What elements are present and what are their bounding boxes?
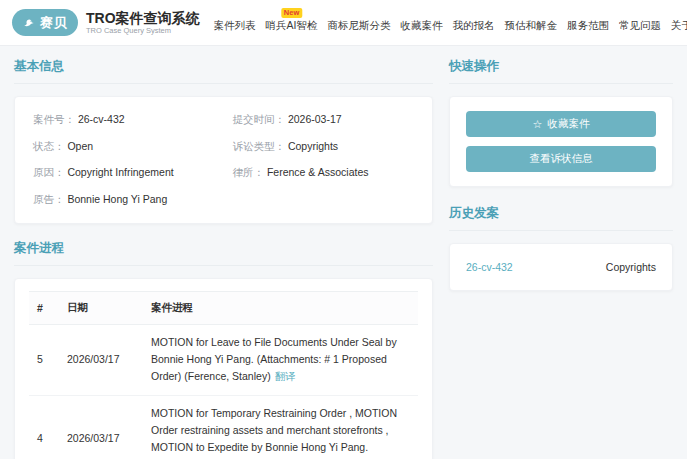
favorite-case-button-label: 收藏案件	[547, 117, 589, 131]
field-label: 案件号：	[33, 113, 75, 125]
info-field: 状态： Open	[33, 140, 215, 154]
info-field: 律所： Ference & Associates	[233, 166, 415, 180]
info-field: 原因： Copyright Infringement	[33, 166, 215, 180]
nav-item[interactable]: 收藏案件	[400, 13, 442, 33]
nav-item-label: 预估和解金	[504, 19, 557, 31]
quick-actions-card: ☆ 收藏案件 查看诉状信息	[449, 96, 673, 187]
nav-item-label: 案件列表	[214, 19, 256, 31]
field-value: Copyright Infringement	[67, 166, 173, 178]
col-header-date: 日期	[59, 291, 143, 324]
logo-text: 赛贝	[40, 14, 68, 32]
basic-info-card: 案件号： 26-cv-432 状态： Open 原因： Copyright In…	[14, 96, 433, 224]
field-label: 状态：	[33, 140, 65, 152]
field-label: 原因：	[33, 166, 65, 178]
nav-item-label: 收藏案件	[400, 19, 442, 31]
progress-table: # 日期 案件进程 5 2026/03/17 MOTION for Leave …	[29, 291, 418, 459]
row-date: 2026/03/17	[59, 324, 143, 395]
nav-item-label: 服务范围	[567, 19, 609, 31]
field-value: Ference & Associates	[267, 166, 369, 178]
field-value: 2026-03-17	[288, 113, 342, 125]
nav-item[interactable]: 我的报名	[452, 13, 494, 33]
field-label: 提交时间：	[233, 113, 286, 125]
history-case-type: Copyrights	[606, 261, 656, 273]
nav-item-label: 关于我们	[671, 19, 687, 31]
nav-item[interactable]: New 哨兵AI智检	[266, 13, 318, 33]
row-number: 5	[29, 324, 59, 395]
row-description-text: MOTION for Temporary Restraining Order ,…	[151, 407, 397, 459]
view-complaint-button[interactable]: 查看诉状信息	[466, 146, 656, 172]
history-title: 历史发案	[449, 205, 673, 231]
quick-actions-title: 快速操作	[449, 58, 673, 84]
progress-row: 5 2026/03/17 MOTION for Leave to File Do…	[29, 324, 418, 395]
history-card: 26-cv-432 Copyrights	[449, 243, 673, 291]
brand-title-block: TRO案件查询系统 TRO Case Query System	[86, 10, 200, 35]
app-title: TRO案件查询系统	[86, 10, 200, 26]
translate-link[interactable]: 翻译	[275, 370, 296, 382]
nav-item[interactable]: 服务范围	[567, 13, 609, 33]
field-value: Open	[67, 140, 93, 152]
nav-item-label: 我的报名	[452, 19, 494, 31]
nav-item[interactable]: 预估和解金	[504, 13, 557, 33]
col-header-num: #	[29, 291, 59, 324]
basic-info-title: 基本信息	[14, 58, 433, 84]
field-label: 诉讼类型：	[233, 140, 286, 152]
top-header: 赛贝 TRO案件查询系统 TRO Case Query System 案件列表 …	[0, 0, 687, 46]
field-value: Bonnie Hong Yi Pang	[67, 193, 167, 205]
main-content: 基本信息 案件号： 26-cv-432 状态： Open 原因：	[0, 46, 687, 459]
left-column: 基本信息 案件号： 26-cv-432 状态： Open 原因：	[14, 58, 433, 459]
nav-item-label: 常见问题	[619, 19, 661, 31]
field-label: 律所：	[233, 166, 265, 178]
history-case-link[interactable]: 26-cv-432	[466, 261, 513, 273]
brand-logo[interactable]: 赛贝	[12, 9, 78, 36]
basic-info-right-col: 提交时间： 2026-03-17 诉讼类型： Copyrights 律所： Fe…	[233, 113, 415, 207]
info-field: 案件号： 26-cv-432	[33, 113, 215, 127]
field-value: Copyrights	[288, 140, 338, 152]
row-date: 2026/03/17	[59, 395, 143, 459]
new-badge: New	[281, 8, 302, 18]
nav-item-label: 哨兵AI智检	[266, 19, 318, 31]
progress-header-row: # 日期 案件进程	[29, 291, 418, 324]
progress-card: # 日期 案件进程 5 2026/03/17 MOTION for Leave …	[14, 278, 433, 459]
nav-item[interactable]: 关于我们	[671, 13, 687, 33]
nav-item[interactable]: 常见问题	[619, 13, 661, 33]
basic-info-left-col: 案件号： 26-cv-432 状态： Open 原因： Copyright In…	[33, 113, 215, 207]
nav-item-label: 商标尼斯分类	[327, 19, 390, 31]
info-field: 原告： Bonnie Hong Yi Pang	[33, 193, 215, 207]
app-subtitle: TRO Case Query System	[86, 26, 200, 35]
progress-title: 案件进程	[14, 240, 433, 266]
info-field: 诉讼类型： Copyrights	[233, 140, 415, 154]
field-label: 原告：	[33, 193, 65, 205]
star-icon: ☆	[533, 119, 543, 130]
bird-icon	[22, 16, 36, 30]
right-column: 快速操作 ☆ 收藏案件 查看诉状信息 历史发案 26-cv-432 Copyri…	[449, 58, 673, 459]
col-header-desc: 案件进程	[143, 291, 418, 324]
favorite-case-button[interactable]: ☆ 收藏案件	[466, 111, 656, 137]
nav-item[interactable]: 商标尼斯分类	[327, 13, 390, 33]
progress-row: 4 2026/03/17 MOTION for Temporary Restra…	[29, 395, 418, 459]
history-row: 26-cv-432 Copyrights	[466, 261, 656, 273]
nav-item[interactable]: 案件列表	[214, 13, 256, 33]
view-complaint-button-label: 查看诉状信息	[530, 152, 593, 166]
row-description: MOTION for Leave to File Documents Under…	[143, 324, 418, 395]
main-nav: 案件列表 New 哨兵AI智检 商标尼斯分类 收藏案件 我的报名	[214, 13, 687, 33]
info-field: 提交时间： 2026-03-17	[233, 113, 415, 127]
field-value: 26-cv-432	[78, 113, 125, 125]
row-description: MOTION for Temporary Restraining Order ,…	[143, 395, 418, 459]
row-number: 4	[29, 395, 59, 459]
row-description-text: MOTION for Leave to File Documents Under…	[151, 336, 397, 383]
